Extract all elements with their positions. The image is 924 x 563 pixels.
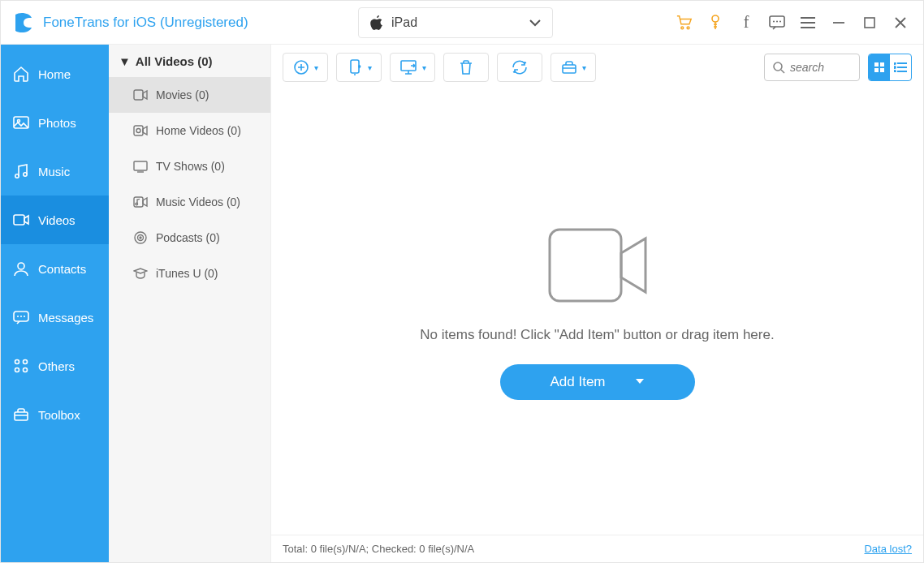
facebook-icon[interactable]: f bbox=[738, 15, 754, 31]
sub-item-label: iTunes U (0) bbox=[156, 267, 218, 280]
sidebar-item-contacts[interactable]: Contacts bbox=[1, 244, 109, 293]
svg-point-20 bbox=[15, 368, 19, 372]
svg-point-0 bbox=[681, 26, 684, 28]
others-icon bbox=[12, 357, 30, 375]
toolbox-button[interactable]: ▾ bbox=[551, 53, 596, 82]
video-camera-icon bbox=[545, 225, 650, 306]
key-icon[interactable] bbox=[707, 15, 723, 31]
chevron-down-icon: ▾ bbox=[314, 63, 318, 72]
search-box[interactable] bbox=[764, 54, 860, 81]
title-bar: FoneTrans for iOS (Unregistered) iPad f bbox=[1, 1, 923, 45]
svg-rect-27 bbox=[134, 197, 143, 207]
svg-point-4 bbox=[773, 20, 775, 22]
grid-view-button[interactable] bbox=[869, 54, 890, 80]
device-name: iPad bbox=[391, 15, 417, 30]
category-header-label: All Videos (0) bbox=[136, 54, 213, 68]
sub-item-label: Podcasts (0) bbox=[156, 231, 220, 244]
list-view-button[interactable] bbox=[890, 54, 911, 80]
sidebar-item-music[interactable]: Music bbox=[1, 147, 109, 196]
svg-rect-38 bbox=[880, 62, 884, 67]
view-toggle bbox=[868, 54, 912, 81]
add-item-primary-button[interactable]: Add Item bbox=[500, 364, 695, 400]
sidebar-label: Others bbox=[38, 359, 75, 373]
caret-down-icon bbox=[635, 378, 645, 386]
chevron-down-icon: ▾ bbox=[422, 63, 426, 72]
status-text: Total: 0 file(s)/N/A; Checked: 0 file(s)… bbox=[283, 543, 474, 555]
menu-icon[interactable] bbox=[800, 15, 816, 31]
close-icon[interactable] bbox=[892, 15, 909, 31]
svg-rect-37 bbox=[874, 62, 879, 67]
messages-icon bbox=[12, 308, 30, 326]
sub-item-music-videos[interactable]: Music Videos (0) bbox=[109, 184, 270, 220]
refresh-button[interactable] bbox=[497, 53, 542, 82]
sub-item-label: TV Shows (0) bbox=[156, 160, 225, 173]
export-to-pc-button[interactable]: ▾ bbox=[390, 53, 435, 82]
sub-item-tv-shows[interactable]: TV Shows (0) bbox=[109, 148, 270, 184]
sub-item-itunes-u[interactable]: iTunes U (0) bbox=[109, 256, 270, 291]
svg-rect-44 bbox=[550, 230, 621, 301]
apple-icon bbox=[370, 15, 383, 30]
sidebar-label: Toolbox bbox=[38, 408, 80, 422]
status-bar: Total: 0 file(s)/N/A; Checked: 0 file(s)… bbox=[271, 535, 923, 562]
feedback-icon[interactable] bbox=[769, 15, 785, 31]
delete-button[interactable] bbox=[443, 53, 489, 82]
sidebar-item-videos[interactable]: Videos bbox=[1, 196, 109, 244]
add-item-button[interactable]: ▾ bbox=[283, 53, 328, 82]
svg-point-5 bbox=[776, 20, 778, 22]
cart-icon[interactable] bbox=[676, 15, 693, 31]
svg-point-19 bbox=[24, 360, 28, 364]
sub-item-podcasts[interactable]: Podcasts (0) bbox=[109, 220, 270, 256]
app-title: FoneTrans for iOS (Unregistered) bbox=[43, 15, 248, 31]
tv-icon bbox=[133, 159, 148, 174]
sub-item-label: Movies (0) bbox=[156, 88, 209, 101]
sidebar-item-messages[interactable]: Messages bbox=[1, 293, 109, 342]
svg-point-17 bbox=[24, 316, 25, 317]
svg-point-41 bbox=[894, 62, 896, 64]
svg-rect-40 bbox=[880, 68, 884, 72]
export-to-device-button[interactable]: ▾ bbox=[336, 53, 382, 82]
svg-point-25 bbox=[136, 129, 140, 133]
svg-point-10 bbox=[15, 174, 19, 178]
chevron-down-icon bbox=[529, 19, 541, 27]
sidebar-item-home[interactable]: Home bbox=[1, 49, 109, 98]
empty-state: No items found! Click "Add Item" button … bbox=[271, 90, 923, 535]
home-icon bbox=[12, 65, 30, 83]
sub-item-label: Home Videos (0) bbox=[156, 124, 241, 137]
svg-point-13 bbox=[18, 263, 24, 269]
empty-message: No items found! Click "Add Item" button … bbox=[420, 327, 774, 343]
sidebar-item-toolbox[interactable]: Toolbox bbox=[1, 390, 109, 439]
svg-rect-12 bbox=[14, 215, 24, 225]
svg-point-36 bbox=[774, 62, 782, 71]
secondary-sidebar: ▼ All Videos (0) Movies (0) Home Videos … bbox=[109, 45, 271, 562]
sidebar-label: Contacts bbox=[38, 262, 86, 276]
sidebar-label: Messages bbox=[38, 311, 93, 324]
minimize-icon[interactable] bbox=[831, 15, 847, 31]
sub-item-home-videos[interactable]: Home Videos (0) bbox=[109, 113, 270, 148]
sidebar-item-photos[interactable]: Photos bbox=[1, 98, 109, 147]
svg-rect-26 bbox=[134, 161, 147, 170]
content-area: ▾ ▾ ▾ ▾ bbox=[271, 45, 923, 562]
home-video-icon bbox=[133, 123, 148, 138]
data-lost-link[interactable]: Data lost? bbox=[864, 543, 912, 555]
svg-rect-22 bbox=[15, 412, 28, 420]
sub-item-label: Music Videos (0) bbox=[156, 196, 240, 208]
content-toolbar: ▾ ▾ ▾ ▾ bbox=[271, 45, 923, 90]
sidebar-item-others[interactable]: Others bbox=[1, 342, 109, 390]
svg-rect-39 bbox=[874, 68, 879, 72]
photos-icon bbox=[12, 114, 30, 131]
music-video-icon bbox=[133, 195, 148, 209]
sidebar-label: Home bbox=[38, 67, 71, 81]
maximize-icon[interactable] bbox=[861, 15, 878, 31]
category-header[interactable]: ▼ All Videos (0) bbox=[109, 45, 270, 77]
search-icon bbox=[773, 62, 785, 74]
sub-item-movies[interactable]: Movies (0) bbox=[109, 77, 270, 113]
device-selector[interactable]: iPad bbox=[358, 7, 553, 38]
app-logo-icon bbox=[12, 11, 35, 34]
svg-rect-7 bbox=[865, 18, 874, 28]
primary-sidebar: Home Photos Music Videos Contacts Messag… bbox=[1, 45, 109, 562]
search-input[interactable] bbox=[790, 61, 847, 74]
music-icon bbox=[12, 162, 30, 180]
chevron-down-icon: ▾ bbox=[368, 63, 372, 72]
svg-point-16 bbox=[20, 316, 22, 317]
main-area: Home Photos Music Videos Contacts Messag… bbox=[1, 45, 923, 562]
